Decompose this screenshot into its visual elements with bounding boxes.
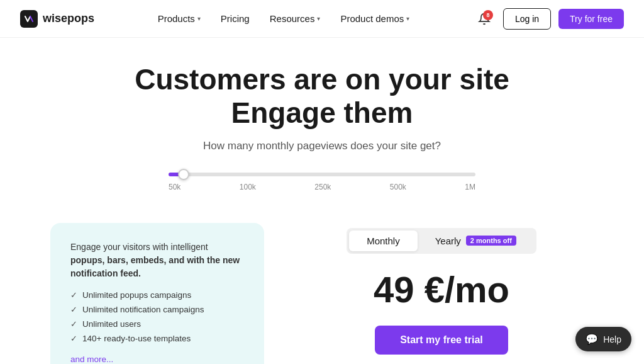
slider-labels: 50k 100k 250k 500k 1M	[169, 183, 475, 191]
slider-track	[169, 173, 475, 176]
slider-label-100k: 100k	[240, 183, 256, 191]
more-link[interactable]: and more...	[70, 355, 113, 364]
notification-badge: 8	[483, 10, 493, 20]
nav-product-demos[interactable]: Product demos ▾	[333, 9, 417, 28]
list-item: ✓ Unlimited popups campaigns	[70, 290, 244, 300]
nav-resources[interactable]: Resources ▾	[262, 9, 328, 28]
nav-actions: 8 Log in Try for free	[473, 8, 624, 30]
logo-icon	[20, 10, 38, 28]
help-chat-button[interactable]: 💬 Help	[575, 327, 631, 351]
yearly-discount-badge: 2 months off	[466, 236, 516, 246]
slider-label-500k: 500k	[390, 183, 406, 191]
nav-links: Products ▾ Pricing Resources ▾ Product d…	[150, 9, 418, 28]
list-item: ✓ 140+ ready-to-use templates	[70, 334, 244, 343]
billing-toggle: Monthly Yearly 2 months off	[347, 228, 536, 254]
chevron-down-icon: ▾	[197, 15, 201, 22]
check-icon: ✓	[70, 305, 77, 314]
logo-text: wisepops	[43, 12, 94, 25]
notification-bell[interactable]: 8	[473, 8, 496, 30]
price-display: 49 €/mo	[374, 271, 509, 308]
chevron-down-icon: ▾	[317, 15, 320, 22]
hero-subtitle: How many monthly pageviews does your sit…	[20, 140, 624, 152]
hero-title: Customers are on your site Engage them	[20, 63, 624, 130]
monthly-toggle[interactable]: Monthly	[349, 230, 418, 251]
features-description: Engage your visitors with intelligent po…	[70, 241, 244, 280]
list-item: ✓ Unlimited users	[70, 319, 244, 329]
chevron-down-icon: ▾	[406, 15, 409, 22]
hero-section: Customers are on your site Engage them H…	[0, 38, 644, 210]
yearly-toggle[interactable]: Yearly 2 months off	[418, 230, 534, 251]
main-content: Engage your visitors with intelligent po…	[0, 210, 644, 364]
logo[interactable]: wisepops	[20, 10, 94, 28]
check-icon: ✓	[70, 334, 77, 343]
pricing-panel: Monthly Yearly 2 months off 49 €/mo Star…	[289, 223, 594, 355]
nav-pricing[interactable]: Pricing	[213, 9, 257, 28]
features-card: Engage your visitors with intelligent po…	[50, 223, 264, 364]
slider-thumb[interactable]	[178, 169, 189, 180]
navbar: wisepops Products ▾ Pricing Resources ▾ …	[0, 0, 644, 38]
slider-label-250k: 250k	[314, 183, 331, 191]
check-icon: ✓	[70, 290, 77, 300]
check-icon: ✓	[70, 319, 77, 329]
start-trial-button[interactable]: Start my free trial	[375, 326, 508, 355]
list-item: ✓ Unlimited notification campaigns	[70, 305, 244, 314]
try-for-free-button[interactable]: Try for free	[558, 9, 624, 29]
help-label: Help	[603, 334, 621, 344]
chat-icon: 💬	[586, 333, 598, 345]
login-button[interactable]: Log in	[503, 8, 551, 30]
pageviews-slider-container: 50k 100k 250k 500k 1M	[158, 173, 486, 191]
feature-list: ✓ Unlimited popups campaigns ✓ Unlimited…	[70, 290, 244, 343]
slider-label-50k: 50k	[169, 183, 180, 191]
nav-products[interactable]: Products ▾	[150, 9, 208, 28]
slider-label-1m: 1M	[465, 183, 475, 191]
